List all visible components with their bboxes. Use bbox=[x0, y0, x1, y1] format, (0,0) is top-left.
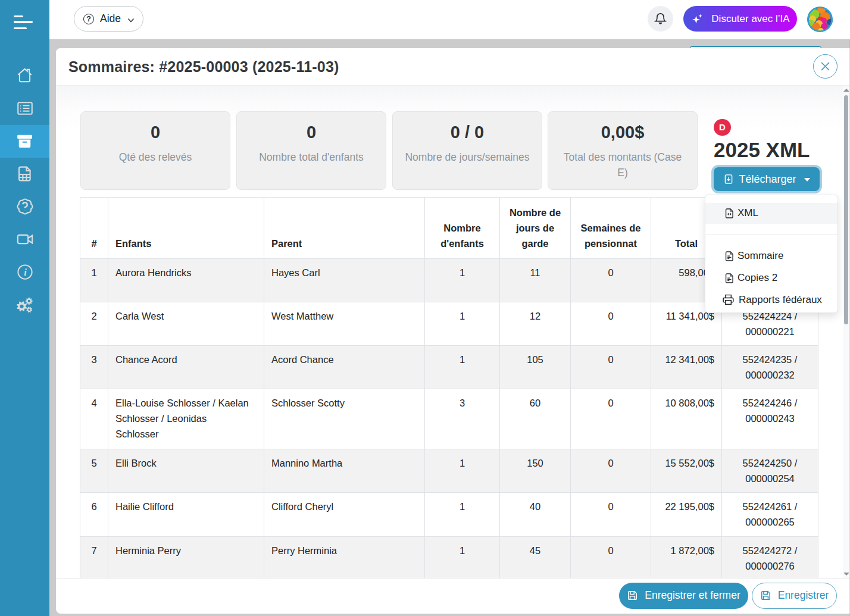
svg-text:i: i bbox=[24, 267, 27, 278]
